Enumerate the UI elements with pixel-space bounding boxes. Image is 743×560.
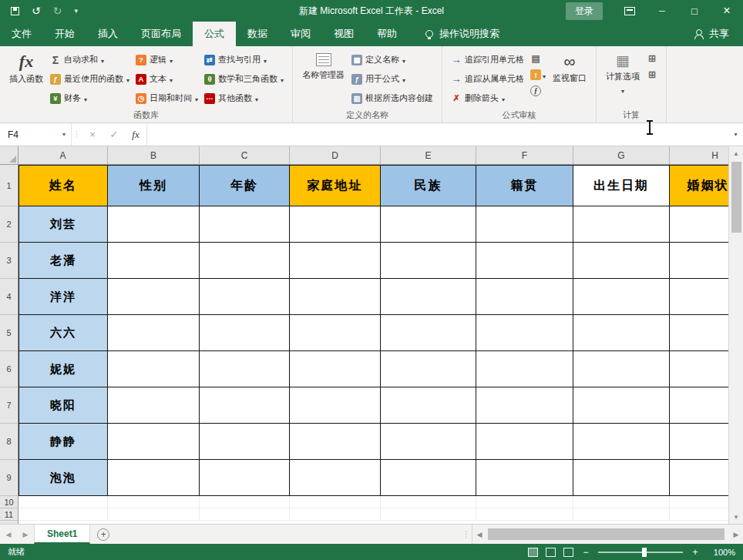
row-header-7[interactable]: 7 [0,387,18,424]
cell-E1[interactable]: 民族 [381,165,476,206]
cell-B9[interactable] [108,460,200,496]
cell-D4[interactable] [290,279,381,315]
lookup-reference-button[interactable]: ⇄ 查找与引用 [201,50,287,69]
undo-button[interactable] [32,5,41,16]
formula-input[interactable] [146,123,728,146]
insert-function-fx-button[interactable]: fx [125,123,146,146]
cell-A8[interactable]: 静静 [18,424,108,460]
column-header-G[interactable]: G [573,146,670,164]
cell-B3[interactable] [108,243,200,279]
cell-D11[interactable] [290,508,381,521]
cell-E4[interactable] [381,279,476,315]
row-header-2[interactable]: 2 [0,206,18,243]
remove-arrows-button[interactable]: ✗ 删除箭头 [448,89,527,108]
sheet-nav-left-icon[interactable] [0,525,17,544]
zoom-level[interactable]: 100% [708,548,735,557]
calculate-sheet-button[interactable]: ⊞ [645,68,659,82]
cell-C5[interactable] [200,315,290,351]
cell-A5[interactable]: 六六 [18,315,108,351]
scroll-left-icon[interactable] [472,531,486,538]
recent-functions-button[interactable]: ƒ 最近使用的函数 [47,69,133,89]
cell-H10[interactable] [670,496,728,508]
trace-precedents-button[interactable]: → 追踪引用单元格 [448,50,527,69]
cell-A10[interactable] [18,496,108,508]
cell-G3[interactable] [573,243,670,279]
column-header-H[interactable]: H [670,146,728,164]
zoom-out-button[interactable] [581,547,590,558]
cell-E10[interactable] [381,496,476,508]
cell-D7[interactable] [290,387,381,424]
logical-button[interactable]: ? 逻辑 [133,50,201,69]
define-name-button[interactable]: ▦ 定义名称 [348,50,436,69]
select-all-corner[interactable] [0,146,18,165]
autosum-button[interactable]: Σ 自动求和 [47,50,133,69]
page-break-view-button[interactable] [563,548,573,557]
tab-view[interactable]: 视图 [322,22,365,46]
row-header-11[interactable]: 11 [0,508,18,521]
scroll-right-icon[interactable] [729,531,743,538]
row-header-3[interactable]: 3 [0,243,18,279]
cell-E5[interactable] [381,315,476,351]
cell-F2[interactable] [476,206,573,243]
cell-H3[interactable] [670,243,728,279]
cell-B4[interactable] [108,279,200,315]
scroll-up-icon[interactable] [729,146,743,160]
row-header-4[interactable]: 4 [0,279,18,315]
cell-C7[interactable] [200,387,290,424]
save-button[interactable] [11,7,19,15]
cell-G8[interactable] [573,424,670,460]
new-sheet-button[interactable] [90,525,116,544]
cell-A11[interactable] [18,508,108,521]
horizontal-scroll-track[interactable] [486,525,729,544]
tab-scroll-splitter[interactable] [461,525,472,544]
cell-E9[interactable] [381,460,476,496]
text-functions-button[interactable]: A 文本 [133,69,201,89]
cell-F11[interactable] [476,508,573,521]
row-header-1[interactable]: 1 [0,165,18,206]
column-header-E[interactable]: E [381,146,476,164]
tab-page-layout[interactable]: 页面布局 [129,22,193,46]
column-header-A[interactable]: A [18,146,108,164]
cell-H9[interactable] [670,460,728,496]
show-formulas-button[interactable]: ▤ [529,52,547,65]
cell-H11[interactable] [670,508,728,521]
cell-D10[interactable] [290,496,381,508]
cancel-button[interactable]: × [82,123,103,146]
cell-F3[interactable] [476,243,573,279]
tab-review[interactable]: 审阅 [279,22,322,46]
cell-D6[interactable] [290,351,381,387]
calculation-options-button[interactable]: 计算选项 [602,49,644,95]
ribbon-display-options-icon[interactable] [624,7,635,15]
cell-B7[interactable] [108,387,200,424]
cell-A6[interactable]: 妮妮 [18,351,108,387]
tab-home[interactable]: 开始 [43,22,86,46]
row-header-9[interactable]: 9 [0,460,18,496]
expand-formula-bar-button[interactable] [728,123,743,146]
cell-D2[interactable] [290,206,381,243]
column-header-C[interactable]: C [200,146,290,164]
cell-F8[interactable] [476,424,573,460]
cell-G5[interactable] [573,315,670,351]
cell-C1[interactable]: 年龄 [200,165,290,206]
cell-F7[interactable] [476,387,573,424]
name-box[interactable]: F4 ▾ [0,123,71,146]
cell-H2[interactable] [670,206,728,243]
financial-button[interactable]: ¥ 财务 [47,89,133,108]
cell-C3[interactable] [200,243,290,279]
watch-window-button[interactable]: 监视窗口 [549,49,590,84]
column-header-F[interactable]: F [476,146,573,164]
cell-E8[interactable] [381,424,476,460]
row-header-8[interactable]: 8 [0,424,18,460]
tab-data[interactable]: 数据 [236,22,279,46]
redo-button[interactable] [53,5,62,16]
cell-A1[interactable]: 姓名 [18,165,108,206]
math-trig-button[interactable]: θ 数学和三角函数 [201,69,287,89]
cell-G2[interactable] [573,206,670,243]
horizontal-scrollbar[interactable] [472,525,743,544]
cell-F9[interactable] [476,460,573,496]
cell-H7[interactable] [670,387,728,424]
cell-F6[interactable] [476,351,573,387]
cell-D3[interactable] [290,243,381,279]
vertical-scroll-thumb[interactable] [731,162,741,233]
cell-G10[interactable] [573,496,670,508]
